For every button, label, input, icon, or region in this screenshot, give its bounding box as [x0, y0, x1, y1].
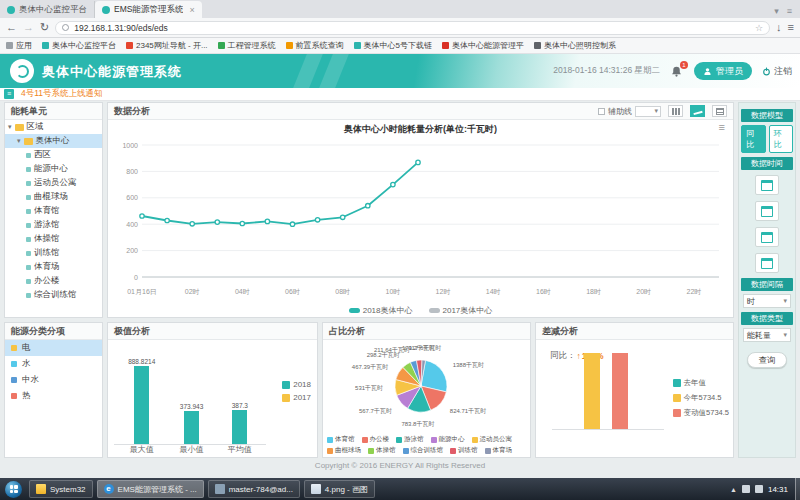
- tree-item[interactable]: 体育场: [5, 260, 102, 274]
- bookmark-item[interactable]: 奥体中心监控平台: [42, 40, 116, 51]
- legend-item[interactable]: 游泳馆: [396, 435, 424, 444]
- expander-icon[interactable]: ▾: [17, 137, 21, 145]
- tree-item[interactable]: 游泳馆: [5, 218, 102, 232]
- tree-item[interactable]: ▾区域: [5, 120, 102, 134]
- query-button[interactable]: 查询: [747, 352, 787, 368]
- bookmark-star-icon[interactable]: ☆: [755, 23, 763, 33]
- legend-item[interactable]: 运动员公寓: [472, 435, 513, 444]
- tree-item[interactable]: 运动员公寓: [5, 176, 102, 190]
- calendar-button-4[interactable]: [755, 253, 779, 273]
- bookmark-item[interactable]: 前置系统查询: [286, 40, 344, 51]
- legend-label: 曲棍球场: [335, 446, 361, 455]
- legend-item[interactable]: 体育场: [485, 446, 513, 455]
- volume-icon[interactable]: [755, 485, 763, 493]
- axis-baseline: [114, 444, 266, 445]
- tree-item[interactable]: 训练馆: [5, 246, 102, 260]
- interval-select[interactable]: 时▾: [743, 294, 791, 308]
- legend-item[interactable]: 训练馆: [450, 446, 478, 455]
- window-menu-icon[interactable]: ≡: [787, 6, 792, 16]
- notification-bell-icon[interactable]: 1: [670, 64, 684, 78]
- tree-item[interactable]: 办公楼: [5, 274, 102, 288]
- energy-type-item[interactable]: 电: [5, 340, 102, 356]
- bookmark-item[interactable]: 工程管理系统: [218, 40, 276, 51]
- legend-item[interactable]: 2018: [282, 380, 311, 389]
- legend-item[interactable]: 办公楼: [362, 435, 390, 444]
- url-text[interactable]: 192.168.1.31:90/eds/eds: [74, 23, 750, 33]
- bookmark-item[interactable]: 奥体中心能源管理平: [442, 40, 524, 51]
- tree-item[interactable]: ▾奥体中心: [5, 134, 102, 148]
- legend-item[interactable]: 曲棍球场: [327, 446, 361, 455]
- reload-button[interactable]: ↻: [40, 22, 49, 33]
- tree-item[interactable]: 体育馆: [5, 204, 102, 218]
- browser-tab-ems[interactable]: EMS能源管理系统 ×: [95, 1, 202, 18]
- energy-type-item[interactable]: 热: [5, 388, 102, 404]
- chart-menu-icon[interactable]: ≡: [719, 121, 725, 133]
- taskbar-button[interactable]: eEMS能源管理系统 - ...: [97, 480, 204, 498]
- legend-label: 2017奥体中心: [443, 305, 493, 316]
- network-icon[interactable]: [742, 485, 750, 493]
- taskbar-button[interactable]: master-784@ad...: [208, 480, 300, 498]
- tray-expand-icon[interactable]: ▲: [730, 486, 737, 493]
- difference-analysis-panel: 差减分析 同比： ↑ 100% 去年值今年5734.5变动值5734.5: [535, 322, 734, 458]
- tree-item-label: 体育场: [34, 261, 60, 273]
- folder-icon: [15, 124, 24, 131]
- legend-item[interactable]: 2017奥体中心: [429, 305, 493, 316]
- yoy-button[interactable]: 同比: [741, 125, 766, 153]
- admin-button[interactable]: 管理员: [694, 62, 752, 80]
- calendar-button-1[interactable]: [755, 175, 779, 195]
- start-button[interactable]: [5, 481, 22, 498]
- data-point: [165, 218, 169, 222]
- aux-line-select[interactable]: ▾: [635, 106, 661, 117]
- tree-item[interactable]: 曲棍球场: [5, 190, 102, 204]
- legend-item[interactable]: 体育馆: [327, 435, 355, 444]
- calendar-button-3[interactable]: [755, 227, 779, 247]
- taskbar-button[interactable]: 4.png - 画图: [304, 480, 375, 498]
- datatype-select[interactable]: 能耗量▾: [743, 328, 791, 342]
- y-axis-label: 0: [134, 274, 138, 281]
- legend-item[interactable]: 去年值: [673, 378, 729, 388]
- energy-type-item[interactable]: 中水: [5, 372, 102, 388]
- clock[interactable]: 14:31: [768, 485, 788, 494]
- bar: [134, 366, 149, 444]
- bookmark-item[interactable]: 应用: [6, 40, 32, 51]
- energy-type-item[interactable]: 水: [5, 356, 102, 372]
- legend-item[interactable]: 变动值5734.5: [673, 408, 729, 418]
- browser-menu-icon[interactable]: ≡: [788, 22, 794, 33]
- legend-item[interactable]: 能源中心: [431, 435, 465, 444]
- show-desktop-button[interactable]: [795, 478, 800, 500]
- legend-item[interactable]: 2017: [282, 393, 311, 402]
- browser-tab-monitor[interactable]: 奥体中心监控平台: [0, 1, 95, 18]
- tree-item[interactable]: 体操馆: [5, 232, 102, 246]
- site-info-icon[interactable]: [62, 24, 69, 31]
- tree-item[interactable]: 能源中心: [5, 162, 102, 176]
- admin-label: 管理员: [716, 65, 743, 78]
- tree-item[interactable]: 西区: [5, 148, 102, 162]
- legend-item[interactable]: 2018奥体中心: [349, 305, 413, 316]
- tab-list-icon[interactable]: ▾: [774, 6, 779, 16]
- legend-item[interactable]: 今年5734.5: [673, 393, 729, 403]
- expander-icon[interactable]: ▾: [8, 123, 12, 131]
- pie-slice-label: 467.39千瓦时: [352, 363, 388, 371]
- announcement-icon[interactable]: ≡: [4, 89, 14, 99]
- bookmark-item[interactable]: 奥体中心5号下载链: [354, 40, 432, 51]
- bookmark-item[interactable]: 奥体中心照明控制系: [534, 40, 616, 51]
- line-chart-toggle-icon[interactable]: [690, 105, 705, 117]
- mom-button[interactable]: 环比: [769, 125, 794, 153]
- url-box[interactable]: 192.168.1.31:90/eds/eds ☆: [55, 21, 770, 35]
- system-tray: ▲ 14:31: [730, 485, 798, 494]
- bookmark-item[interactable]: 2345网址导航 - 开...: [126, 40, 208, 51]
- table-toggle-icon[interactable]: [712, 105, 727, 117]
- decorative-stripe: [293, 54, 323, 88]
- bar-chart-toggle-icon[interactable]: [668, 105, 683, 117]
- legend-item[interactable]: 体操馆: [368, 446, 396, 455]
- taskbar-button[interactable]: System32: [29, 480, 93, 498]
- aux-line-checkbox[interactable]: [598, 108, 605, 115]
- tree-item[interactable]: 综合训练馆: [5, 288, 102, 302]
- calendar-button-2[interactable]: [755, 201, 779, 221]
- legend-item[interactable]: 综合训练馆: [403, 446, 444, 455]
- back-button[interactable]: ←: [6, 22, 17, 33]
- downloads-icon[interactable]: ↓: [776, 22, 782, 33]
- logout-button[interactable]: 注销: [762, 65, 792, 78]
- tab-close-icon[interactable]: ×: [189, 5, 194, 15]
- forward-button[interactable]: →: [23, 22, 34, 33]
